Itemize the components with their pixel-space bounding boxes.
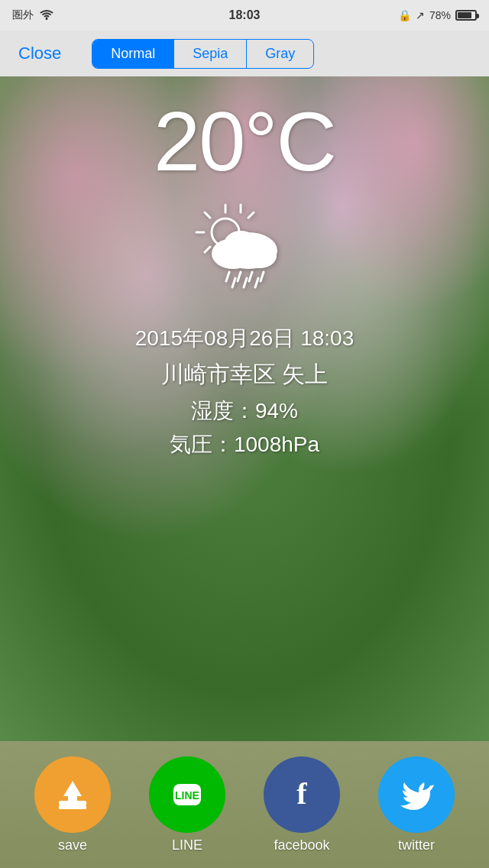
svg-line-12 bbox=[238, 272, 241, 281]
twitter-circle bbox=[378, 756, 455, 833]
filter-sepia[interactable]: Sepia bbox=[174, 40, 247, 68]
status-left: 圏外 bbox=[12, 8, 53, 22]
line-button[interactable]: LINE LINE bbox=[149, 756, 225, 853]
filter-group: Normal Sepia Gray bbox=[92, 39, 314, 69]
twitter-icon bbox=[397, 775, 436, 815]
weather-humidity: 湿度：94% bbox=[135, 397, 354, 426]
status-bar: 圏外 18:03 🔒 ↗ 78% bbox=[0, 0, 489, 31]
svg-text:LINE: LINE bbox=[175, 789, 199, 802]
signal-text: 圏外 bbox=[12, 8, 34, 22]
save-label: save bbox=[58, 837, 87, 853]
battery-pct: 78% bbox=[429, 9, 451, 21]
svg-line-16 bbox=[244, 278, 247, 287]
svg-line-1 bbox=[205, 212, 210, 218]
status-time: 18:03 bbox=[229, 8, 261, 22]
lock-icon: 🔒 bbox=[398, 9, 411, 21]
svg-text:f: f bbox=[296, 776, 307, 811]
weather-date: 2015年08月26日 18:03 bbox=[135, 324, 354, 353]
svg-line-15 bbox=[232, 278, 235, 287]
svg-rect-19 bbox=[59, 805, 86, 809]
svg-marker-20 bbox=[63, 781, 82, 802]
bottom-bar: save LINE LINE f facebook twitter bbox=[0, 741, 489, 868]
weather-location: 川崎市幸区 矢上 bbox=[135, 359, 354, 390]
weather-icon bbox=[183, 199, 306, 301]
weather-area: 20°C bbox=[0, 76, 489, 741]
wifi-icon bbox=[40, 9, 53, 22]
line-label: LINE bbox=[172, 837, 202, 853]
close-button[interactable]: Close bbox=[12, 40, 67, 66]
battery-icon bbox=[455, 10, 477, 21]
twitter-button[interactable]: twitter bbox=[378, 756, 455, 853]
svg-line-17 bbox=[255, 278, 258, 287]
save-circle bbox=[34, 756, 111, 833]
svg-line-3 bbox=[205, 247, 210, 252]
svg-line-11 bbox=[226, 272, 229, 281]
svg-line-14 bbox=[261, 272, 264, 281]
line-circle: LINE bbox=[149, 756, 225, 833]
weather-pressure: 気圧：1008hPa bbox=[135, 430, 354, 459]
facebook-button[interactable]: f facebook bbox=[264, 756, 340, 853]
save-icon bbox=[53, 775, 92, 815]
status-right: 🔒 ↗ 78% bbox=[398, 9, 477, 21]
temperature-display: 20°C bbox=[154, 99, 335, 183]
weather-content: 20°C bbox=[0, 76, 489, 741]
top-bar: Close Normal Sepia Gray bbox=[0, 31, 489, 76]
twitter-label: twitter bbox=[398, 837, 435, 853]
save-button[interactable]: save bbox=[34, 756, 111, 853]
svg-point-10 bbox=[224, 231, 257, 258]
facebook-icon: f bbox=[282, 775, 322, 815]
facebook-label: facebook bbox=[274, 837, 329, 853]
filter-normal[interactable]: Normal bbox=[92, 40, 174, 68]
weather-info: 2015年08月26日 18:03 川崎市幸区 矢上 湿度：94% 気圧：100… bbox=[135, 324, 354, 459]
svg-line-13 bbox=[249, 272, 252, 281]
svg-line-5 bbox=[248, 212, 254, 218]
facebook-circle: f bbox=[264, 756, 340, 833]
line-icon: LINE bbox=[167, 775, 207, 815]
location-icon: ↗ bbox=[416, 9, 425, 21]
filter-gray[interactable]: Gray bbox=[247, 40, 313, 68]
